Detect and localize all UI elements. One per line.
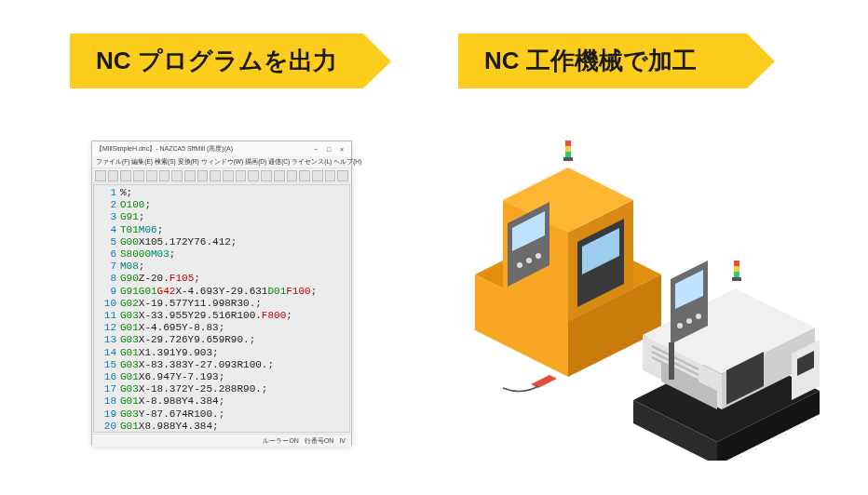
code-token: ; [170, 248, 176, 260]
svg-rect-15 [565, 140, 571, 146]
menu-item[interactable]: 検索(S) [155, 158, 176, 167]
code-token: F105 [170, 273, 194, 284]
line-number: 16 [98, 371, 116, 383]
code-token: X-19.577Y11.998R30. [139, 298, 255, 309]
code-line: 3G91; [98, 211, 349, 223]
banner-label: NC 工作機械で加工 [484, 45, 697, 77]
line-number: 13 [98, 334, 116, 346]
code-token: ; [255, 298, 262, 309]
code-line: 2O100; [98, 199, 349, 211]
svg-rect-40 [732, 277, 741, 281]
code-line: 7M08; [98, 261, 349, 273]
svg-rect-13 [565, 152, 571, 157]
menu-item[interactable]: ファイル(F) [96, 158, 129, 167]
code-token: ; [219, 322, 225, 333]
code-token: ; [286, 310, 292, 321]
prev-icon[interactable] [261, 170, 272, 181]
code-token: Z-20. [139, 273, 170, 284]
min-icon[interactable]: − [310, 146, 321, 153]
code-line: 20G01X8.988Y4.384; [98, 421, 349, 433]
save-icon[interactable] [120, 170, 131, 181]
menu-item[interactable]: 描画(D) [245, 158, 266, 167]
svg-rect-37 [734, 272, 739, 277]
svg-point-12 [536, 253, 541, 259]
code-token: X6.947Y-7.193 [139, 371, 219, 382]
beacon-light-icon [563, 140, 573, 161]
code-token: X-4.693Y-29.631 [175, 286, 267, 297]
beacon-light-icon [732, 261, 741, 281]
editor-title: 【MillSimpleH.dnc】- NAZCA5 SftMill (高度)(A… [96, 144, 233, 154]
line-number: 10 [98, 298, 116, 310]
line-number: 1 [98, 187, 116, 199]
copy-icon[interactable] [159, 170, 170, 181]
stop-icon[interactable] [287, 170, 298, 181]
code-token: X-29.726Y9.659R90. [139, 334, 250, 345]
line-number: 3 [98, 211, 116, 223]
svg-rect-14 [565, 146, 571, 152]
grid-icon[interactable] [236, 170, 247, 181]
menu-item[interactable]: 通信(C) [268, 158, 290, 167]
next-icon[interactable] [274, 170, 285, 181]
menu-item[interactable]: 変換(R) [178, 158, 199, 167]
code-line: 11G03X-33.955Y29.516R100.F800; [98, 310, 349, 322]
code-token: G90 [120, 273, 139, 284]
code-token: ; [144, 199, 151, 210]
nc-code-area: 1%;2O100;3G91;4T01M06;5G00X105.172Y76.41… [93, 184, 350, 433]
svg-marker-17 [531, 375, 557, 388]
svg-point-35 [696, 314, 701, 319]
line-number: 15 [98, 359, 116, 371]
code-line: 9G91G01G42X-4.693Y-29.631D01F100; [98, 286, 349, 298]
menu-item[interactable]: ライセンス(L) [292, 158, 332, 167]
mail-icon[interactable] [325, 170, 336, 181]
code-token: X-8.988Y4.384 [139, 395, 219, 407]
code-token: Y-87.674R100. [139, 408, 219, 420]
line-number: 4 [98, 224, 116, 236]
code-line: 19G03Y-87.674R100.; [98, 408, 349, 421]
help-icon[interactable] [337, 170, 348, 181]
run-icon[interactable] [248, 170, 259, 181]
line-number: 7 [98, 261, 116, 273]
menu-item[interactable]: 編集(E) [131, 158, 153, 167]
link-icon[interactable] [312, 170, 323, 181]
svg-rect-39 [734, 261, 739, 266]
code-token: X-18.372Y-25.288R90. [139, 383, 262, 395]
step-banner-output: NC プログラムを出力 [70, 33, 363, 88]
line-number: 14 [98, 347, 116, 359]
line-number: 12 [98, 322, 116, 334]
max-icon[interactable]: □ [323, 146, 334, 153]
code-token: ; [139, 261, 145, 272]
print-icon[interactable] [133, 170, 144, 181]
code-token: D01 [267, 286, 286, 297]
code-token: G03 [120, 408, 139, 420]
line-number: 19 [98, 408, 116, 421]
code-token: F100 [286, 286, 310, 297]
code-token: G00 [120, 236, 139, 248]
redo-icon[interactable] [197, 170, 209, 181]
code-token: M08 [120, 261, 139, 272]
open-icon[interactable] [108, 170, 119, 181]
svg-rect-16 [563, 157, 573, 161]
undo-icon[interactable] [184, 170, 196, 181]
window-controls: − □ × [310, 146, 347, 153]
menu-item[interactable]: ヘルプ(H) [333, 158, 361, 167]
code-token: ; [194, 273, 200, 284]
cut-icon[interactable] [146, 170, 157, 181]
code-line: 17G03X-18.372Y-25.288R90.; [98, 383, 349, 395]
code-token: ; [212, 421, 219, 432]
code-line: 16G01X6.947Y-7.193; [98, 371, 349, 383]
svg-point-33 [677, 323, 683, 328]
svg-point-10 [517, 262, 522, 268]
new-icon[interactable] [95, 170, 106, 181]
code-line: 12G01X-4.695Y-8.83; [98, 322, 349, 334]
code-token: G01 [120, 347, 139, 358]
paste-icon[interactable] [171, 170, 183, 181]
sep-icon[interactable] [299, 170, 310, 181]
code-token: G42 [157, 286, 176, 297]
find-icon[interactable] [210, 170, 221, 181]
code-token: X8.988Y4.384 [139, 421, 212, 432]
menu-item[interactable]: ウィンドウ(W) [201, 158, 243, 167]
zoom-icon[interactable] [223, 170, 234, 181]
code-token: ; [267, 359, 274, 370]
close-icon[interactable]: × [336, 146, 347, 153]
editor-menubar: ファイル(F)編集(E)検索(S)変換(R)ウィンドウ(W)描画(D)通信(C)… [92, 156, 351, 168]
